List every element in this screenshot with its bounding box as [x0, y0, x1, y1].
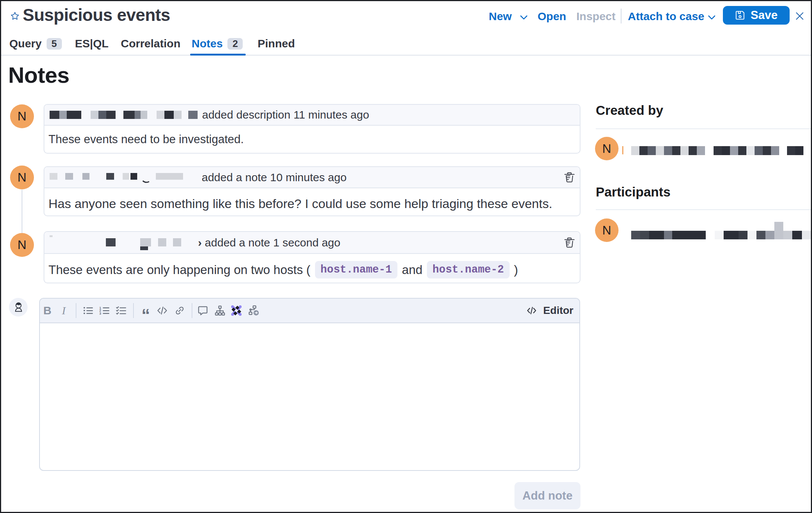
svg-text:3: 3: [99, 312, 101, 315]
